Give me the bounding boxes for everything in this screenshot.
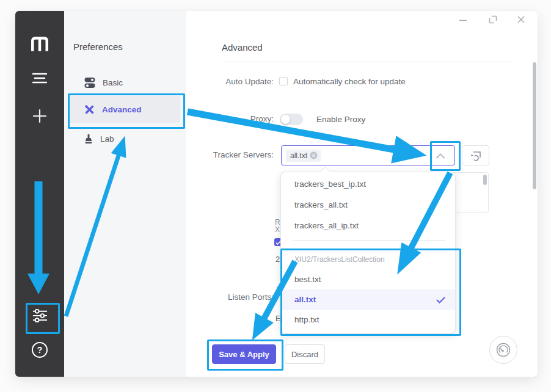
auto-update-option-label[interactable]: Automatically check for update	[293, 77, 406, 86]
speed-limit-button[interactable]	[489, 336, 517, 364]
tag-close-icon[interactable]	[310, 151, 318, 159]
toggles-icon	[84, 78, 95, 88]
help-glyph: ?	[37, 345, 43, 355]
tracker-servers-select[interactable]: all.txt	[281, 145, 455, 165]
selected-tag: all.txt	[286, 150, 321, 162]
proxy-label: Proxy:	[161, 114, 274, 123]
dropdown-item[interactable]: http.txt	[281, 310, 455, 330]
proxy-option-label: Enable Proxy	[316, 115, 365, 124]
proxy-toggle[interactable]	[280, 114, 303, 125]
page-title: Advanced	[222, 42, 263, 53]
discard-button[interactable]: Discard	[285, 344, 325, 364]
sidebar-item-lab[interactable]: Lab	[69, 128, 180, 149]
content-scrollbar-thumb[interactable]	[533, 62, 536, 189]
sidebar-item-label: Lab	[100, 134, 114, 143]
title-divider	[222, 62, 515, 62]
restore-button[interactable]	[487, 14, 498, 25]
dropdown-group-label: XIU2/TrackersListCollection	[294, 249, 385, 270]
sync-icon	[470, 150, 482, 161]
dropdown-item[interactable]: trackers_best_ip.txt	[281, 174, 455, 195]
desktop-background: ? Preferences Basic Advanced	[0, 0, 551, 392]
tag-label: all.txt	[290, 151, 307, 160]
minimize-button[interactable]	[458, 15, 469, 26]
textarea-scrollbar-thumb[interactable]	[483, 175, 487, 185]
motrix-logo-icon	[30, 34, 49, 53]
chevron-up-icon[interactable]	[436, 153, 445, 159]
dropdown-item-selected[interactable]: all.txt	[281, 289, 455, 310]
sidebar-item-label: Basic	[103, 78, 123, 87]
dropdown-item[interactable]: best.txt	[281, 269, 455, 290]
dropdown-item-label: all.txt	[294, 295, 316, 304]
save-apply-button[interactable]: Save & Apply	[212, 344, 276, 364]
hint-text-fragment: X	[275, 225, 280, 234]
dropdown-divider	[293, 240, 445, 241]
tracker-servers-label: Tracker Servers:	[161, 150, 274, 159]
sidebar-item-label: Advanced	[102, 105, 142, 114]
preferences-title: Preferences	[73, 42, 123, 52]
dropdown-item[interactable]: trackers_all_ip.txt	[281, 216, 455, 236]
app-window: ? Preferences Basic Advanced	[15, 11, 538, 377]
lab-icon	[84, 134, 93, 144]
sync-tracker-list-button[interactable]	[462, 145, 489, 165]
preferences-panel: Preferences Basic Advanced	[64, 11, 186, 377]
tracker-dropdown: trackers_best_ip.txt trackers_all.txt tr…	[280, 172, 456, 333]
auto-update-checkbox[interactable]	[279, 77, 288, 85]
auto-update-label: Auto Update:	[161, 77, 274, 86]
gauge-icon	[495, 342, 511, 358]
settings-sliders-icon[interactable]	[32, 309, 48, 322]
add-task-icon[interactable]	[32, 108, 48, 124]
value-fragment: 2	[276, 255, 280, 264]
listen-ports-label: Listen Ports:	[161, 292, 274, 302]
help-icon[interactable]: ?	[32, 342, 48, 358]
sidebar: ?	[15, 11, 64, 377]
task-list-icon[interactable]	[32, 73, 47, 84]
tools-icon	[84, 104, 95, 115]
close-button[interactable]	[516, 14, 527, 25]
check-icon	[436, 297, 445, 303]
toggle-knob	[281, 115, 290, 124]
dropdown-item[interactable]: trackers_all.txt	[281, 195, 455, 216]
